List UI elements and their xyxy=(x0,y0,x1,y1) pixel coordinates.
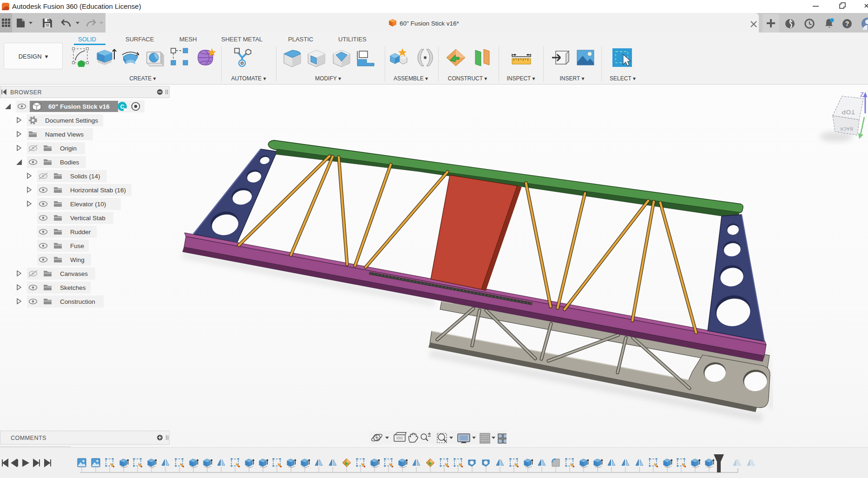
svg-text:BACK: BACK xyxy=(839,126,853,131)
svg-text:Vertical Stab: Vertical Stab xyxy=(70,215,105,222)
svg-text:Rudder: Rudder xyxy=(70,229,91,236)
svg-text:Horizontal Stab (16): Horizontal Stab (16) xyxy=(70,187,126,194)
svg-text:Canvases: Canvases xyxy=(60,270,88,277)
svg-text:Origin: Origin xyxy=(60,145,77,152)
svg-text:TOP: TOP xyxy=(841,109,855,116)
svg-text:Named Views: Named Views xyxy=(45,131,84,138)
svg-text:Document Settings: Document Settings xyxy=(45,117,98,124)
svg-text:Fuse: Fuse xyxy=(70,242,84,249)
svg-text:?: ? xyxy=(845,20,849,27)
svg-text:BROWSER: BROWSER xyxy=(10,89,42,96)
svg-text:60" Fusion Stick v16: 60" Fusion Stick v16 xyxy=(48,103,110,110)
svg-text:Z: Z xyxy=(860,91,864,98)
svg-text:Sketches: Sketches xyxy=(60,284,86,291)
svg-text:Wing: Wing xyxy=(70,256,85,263)
svg-text:Bodies: Bodies xyxy=(60,159,79,166)
svg-text:Elevator (10): Elevator (10) xyxy=(70,201,106,208)
svg-text:Solids (14): Solids (14) xyxy=(70,173,100,180)
svg-text:Construction: Construction xyxy=(60,298,95,305)
